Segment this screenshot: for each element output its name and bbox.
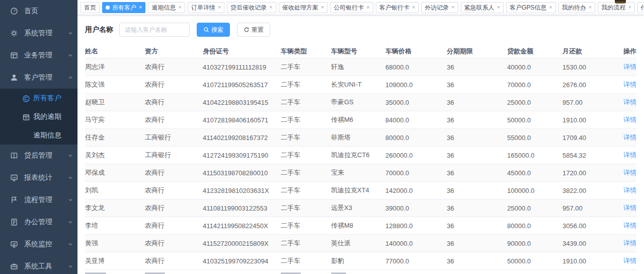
- close-icon[interactable]: ×: [589, 5, 592, 10]
- tab-首页[interactable]: 首页: [80, 2, 100, 13]
- table-cell: 957.00: [562, 204, 618, 212]
- table-cell: 轩逸: [331, 62, 385, 72]
- table-cell: 109000.0: [385, 81, 447, 89]
- all-customers-icon: [22, 95, 29, 102]
- customer-name-input[interactable]: [119, 23, 190, 37]
- column-header-姓名: 姓名: [85, 47, 145, 56]
- sidebar-item-所有客户[interactable]: 所有客户: [0, 89, 77, 107]
- table-cell-action: 详情: [618, 115, 636, 124]
- tab-label: 客户GPS信息: [510, 2, 546, 13]
- monitor-icon: [10, 240, 18, 248]
- sidebar-item-首页[interactable]: 首页: [0, 0, 77, 22]
- detail-link[interactable]: 详情: [623, 257, 636, 264]
- table-header-row: 姓名资方身份证号车辆类型车辆型号车辆价格分期期限贷款金额月还款操作: [85, 44, 636, 58]
- sidebar-item-流程管理[interactable]: 流程管理: [0, 189, 77, 211]
- table-cell: 刘凯: [85, 186, 145, 195]
- office-icon: [10, 218, 18, 226]
- table-cell: 90000.0: [507, 240, 562, 247]
- close-icon[interactable]: ×: [178, 5, 181, 10]
- close-icon[interactable]: ×: [139, 5, 142, 10]
- table-cell: 36: [447, 63, 507, 71]
- sidebar-item-业务管理[interactable]: 业务管理: [0, 44, 77, 66]
- sidebar-item-label: 逾期信息: [33, 131, 73, 140]
- close-icon[interactable]: ×: [628, 5, 631, 10]
- detail-link[interactable]: 详情: [623, 169, 636, 176]
- column-header-分期期限: 分期期限: [447, 47, 507, 56]
- close-icon[interactable]: ×: [451, 5, 454, 10]
- table-cell: 影豹: [331, 256, 385, 265]
- close-icon[interactable]: ×: [549, 5, 552, 10]
- tab-逾期信息[interactable]: 逾期信息×: [148, 2, 185, 13]
- table-row: 吴亚博农商行410325199709223094二手车影豹77000.03650…: [85, 252, 636, 270]
- sidebar-item-系统工具[interactable]: 系统工具: [0, 255, 77, 274]
- sidebar-item-label: 客户管理: [24, 73, 67, 82]
- search-button[interactable]: 搜索: [197, 23, 230, 37]
- tab-贷后催收记录[interactable]: 贷后催收记录×: [227, 2, 276, 13]
- tab-所有客户[interactable]: 所有客户×: [102, 2, 145, 13]
- sidebar-item-系统监控[interactable]: 系统监控: [0, 233, 77, 255]
- table-cell: 128800.0: [385, 222, 447, 230]
- table-cell: 2676.00: [562, 81, 618, 89]
- sidebar-item-我的逾期[interactable]: 我的逾期: [0, 107, 77, 126]
- detail-link[interactable]: 详情: [623, 133, 636, 141]
- close-icon[interactable]: ×: [269, 5, 272, 10]
- reset-button[interactable]: 重置: [237, 23, 270, 37]
- sidebar-item-办公管理[interactable]: 办公管理: [0, 211, 77, 233]
- gear-icon: [10, 29, 18, 37]
- table-cell: 36: [447, 257, 507, 265]
- tab-我的待办[interactable]: 我的待办×: [558, 2, 595, 13]
- table-cell: 工商银行: [145, 151, 203, 160]
- close-icon[interactable]: ×: [321, 5, 324, 10]
- table-cell: 410728198406160571: [203, 116, 281, 124]
- detail-link[interactable]: 详情: [623, 63, 636, 71]
- table-cell: 吴刘杰: [85, 151, 145, 160]
- detail-link[interactable]: 详情: [623, 98, 636, 106]
- tools-icon: [10, 262, 18, 270]
- tab-客户银行卡[interactable]: 客户银行卡×: [376, 2, 419, 13]
- detail-link[interactable]: 详情: [623, 81, 636, 88]
- table-cell: 农商行: [145, 203, 203, 213]
- sidebar-item-客户管理[interactable]: 客户管理: [0, 66, 77, 89]
- column-header-操作: 操作: [618, 47, 636, 56]
- table-cell: 陈文强: [85, 80, 145, 89]
- sidebar-item-label: 系统工具: [24, 262, 67, 271]
- tab-订单详情[interactable]: 订单详情×: [188, 2, 224, 13]
- table-body: 周志洋农商行410327199111112819二手车轩逸68000.03640…: [85, 58, 636, 270]
- close-icon[interactable]: ×: [412, 5, 415, 10]
- close-icon[interactable]: ×: [218, 5, 221, 10]
- detail-link[interactable]: 详情: [623, 151, 636, 159]
- detail-link[interactable]: 详情: [623, 222, 636, 229]
- tab-公司银行卡[interactable]: 公司银行卡×: [330, 2, 373, 13]
- tab-催收处理方案[interactable]: 催收处理方案×: [279, 2, 328, 13]
- close-icon[interactable]: ×: [366, 5, 369, 10]
- detail-link[interactable]: 详情: [623, 116, 636, 123]
- active-dot: [106, 6, 110, 10]
- tab-外访记录[interactable]: 外访记录×: [421, 2, 458, 13]
- detail-link[interactable]: 详情: [623, 204, 636, 212]
- sidebar-item-label: 贷后管理: [24, 151, 67, 160]
- chevron-down-icon: [67, 263, 73, 269]
- table-cell: 36: [447, 116, 507, 124]
- main-area: 首页所有客户×逾期信息×订单详情×贷后催收记录×催收处理方案×公司银行卡×客户银…: [77, 0, 644, 274]
- tab-紧急联系人[interactable]: 紧急联系人×: [461, 2, 504, 13]
- sidebar-item-贷后管理[interactable]: 贷后管理: [0, 145, 77, 167]
- table-cell: 36: [447, 222, 507, 230]
- sidebar-item-系统管理[interactable]: 系统管理: [0, 22, 77, 44]
- table-cell: 二手车: [281, 98, 331, 107]
- table-cell: 1910.00: [562, 116, 618, 124]
- customer-submenu: 所有客户我的逾期逾期信息: [0, 89, 77, 145]
- tab-代签任务[interactable]: 代签任务×: [637, 2, 644, 13]
- sidebar-menu: 首页系统管理业务管理客户管理所有客户我的逾期逾期信息贷后管理报表统计流程管理办公…: [0, 0, 77, 274]
- column-header-身份证号: 身份证号: [203, 47, 281, 56]
- sidebar-item-逾期信息[interactable]: 逾期信息: [0, 126, 77, 145]
- content-panel: 用户名称 搜索 重置 姓名资方身份证号车辆类型车辆型号车辆价格分期期限贷款金额月…: [77, 15, 644, 274]
- detail-link[interactable]: 详情: [623, 239, 636, 247]
- table-cell: 任存金: [85, 133, 145, 142]
- close-icon[interactable]: ×: [497, 5, 500, 10]
- sidebar-item-报表统计[interactable]: 报表统计: [0, 167, 77, 189]
- tab-客户GPS信息[interactable]: 客户GPS信息×: [506, 2, 556, 13]
- table-cell: 农商行: [145, 221, 203, 230]
- sidebar-item-label: 所有客户: [33, 94, 73, 103]
- detail-link[interactable]: 详情: [623, 186, 636, 194]
- table-cell: 55000.0: [507, 134, 562, 142]
